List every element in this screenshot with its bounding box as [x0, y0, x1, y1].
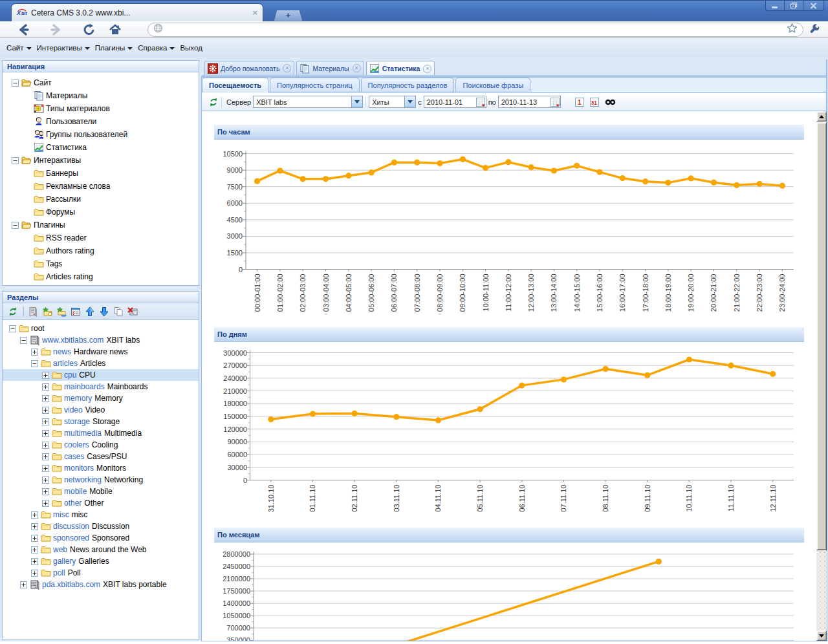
tree-item-форумы[interactable]: Форумы: [4, 206, 197, 219]
properties-icon[interactable]: [71, 306, 81, 317]
collapse-icon[interactable]: [12, 222, 19, 229]
bookmark-star-icon[interactable]: [787, 23, 798, 36]
tree-item-coolers[interactable]: coolersCooling: [3, 439, 199, 451]
tree-item-cases[interactable]: casesCases/PSU: [3, 451, 199, 462]
expand-icon[interactable]: [42, 477, 49, 484]
month-icon[interactable]: 31: [589, 97, 600, 107]
subtab-3[interactable]: Популярность разделов: [361, 78, 455, 92]
menu-item-1[interactable]: Сайт: [4, 42, 34, 54]
tab-close-icon[interactable]: ×: [283, 64, 291, 72]
expand-icon[interactable]: [20, 581, 27, 588]
tree-item-memory[interactable]: memoryMemory: [3, 392, 199, 404]
move-down-icon[interactable]: [99, 306, 109, 317]
expand-icon[interactable]: [31, 349, 38, 356]
scroll-up-button[interactable]: [816, 111, 827, 122]
date-from-calendar-icon[interactable]: [476, 98, 485, 107]
forward-icon[interactable]: [49, 23, 63, 37]
tree-item-группы-пользователей[interactable]: Группы пользователей: [4, 128, 197, 141]
expand-icon[interactable]: [31, 523, 38, 530]
tab-3[interactable]: Статистика×: [366, 61, 435, 76]
add-section-icon[interactable]: [42, 306, 52, 317]
delete-icon[interactable]: [127, 306, 138, 317]
menu-item-5[interactable]: Выход: [177, 42, 204, 54]
tree-item-discussion[interactable]: discussionDiscussion: [3, 521, 199, 532]
expand-icon[interactable]: [31, 558, 38, 565]
tree-item-материалы[interactable]: Материалы: [4, 89, 197, 102]
expand-icon[interactable]: [31, 546, 38, 553]
wrench-icon[interactable]: [809, 23, 823, 37]
expand-icon[interactable]: [42, 395, 49, 402]
menu-item-2[interactable]: Интерактивы: [34, 42, 93, 54]
expand-icon[interactable]: [42, 418, 49, 425]
tree-item-пользователи[interactable]: Пользователи: [4, 115, 197, 128]
tab-close-icon[interactable]: ×: [353, 64, 361, 72]
refresh-icon[interactable]: [8, 306, 18, 317]
tree-item-storage[interactable]: storageStorage: [3, 416, 199, 427]
move-up-icon[interactable]: [85, 306, 95, 317]
tree-item-video[interactable]: videoVideo: [3, 404, 199, 416]
tree-item-sponsored[interactable]: sponsoredSponsored: [3, 532, 199, 544]
menu-item-3[interactable]: Плагины: [93, 42, 136, 54]
server-icon[interactable]: [28, 306, 38, 317]
tree-item-www.xbitlabs.com[interactable]: www.xbitlabs.comXBIT labs: [3, 334, 199, 346]
collapse-icon[interactable]: [31, 360, 38, 367]
tab-close-icon[interactable]: ×: [252, 9, 257, 17]
close-button[interactable]: [803, 1, 823, 10]
expand-icon[interactable]: [42, 383, 49, 391]
expand-icon[interactable]: [31, 535, 38, 542]
tree-item-articles-rating[interactable]: Articles rating: [4, 270, 197, 283]
tree-item-gallery[interactable]: galleryGalleries: [3, 555, 199, 567]
back-icon[interactable]: [17, 23, 31, 37]
subtab-2[interactable]: Популярность страниц: [270, 78, 360, 92]
tree-item-other[interactable]: otherOther: [3, 497, 199, 509]
tree-item-poll[interactable]: pollPoll: [3, 567, 199, 579]
tree-item-news[interactable]: newsHardware news: [3, 346, 199, 358]
scrollbar-track[interactable]: [816, 550, 827, 630]
expand-icon[interactable]: [42, 407, 49, 414]
tree-item-web[interactable]: webNews around the Web: [3, 544, 199, 555]
copy-icon[interactable]: [113, 306, 124, 317]
tree-item-multimedia[interactable]: multimediaMultimedia: [3, 427, 199, 439]
add-subsection-icon[interactable]: [56, 306, 67, 317]
date-to-calendar-icon[interactable]: [550, 98, 560, 107]
subtab-1[interactable]: Посещаемость: [202, 78, 268, 92]
metric-select-arrow[interactable]: [404, 96, 415, 107]
expand-icon[interactable]: [42, 430, 49, 437]
collapse-icon[interactable]: [12, 157, 19, 164]
tree-item-tags[interactable]: Tags: [4, 257, 197, 270]
tree-item-rss-reader[interactable]: RSS reader: [4, 231, 197, 244]
tree-item-баннеры[interactable]: Баннеры: [4, 167, 197, 180]
tab-close-icon[interactable]: ×: [423, 65, 431, 73]
expand-icon[interactable]: [42, 500, 49, 507]
day-icon[interactable]: 1: [574, 97, 585, 107]
tab-1[interactable]: Добро пожаловать×: [204, 61, 294, 75]
tree-item-misc[interactable]: miscmisc: [3, 509, 199, 521]
expand-icon[interactable]: [42, 453, 49, 460]
metric-select[interactable]: Хиты: [369, 96, 416, 108]
tree-item-monitors[interactable]: monitorsMonitors: [3, 462, 199, 474]
expand-icon[interactable]: [42, 442, 49, 449]
date-from-field[interactable]: 2010-11-01: [424, 96, 486, 108]
infinity-icon[interactable]: [605, 97, 616, 107]
content-scrollbar[interactable]: [816, 111, 827, 641]
address-bar[interactable]: [147, 23, 803, 37]
browser-tab[interactable]: Xbit Cetera CMS 3.0.2 www.xbi... ×: [11, 3, 263, 22]
tree-item-mainboards[interactable]: mainboardsMainboards: [3, 381, 199, 392]
scrollbar-thumb[interactable]: [816, 122, 827, 550]
tree-item-плагины[interactable]: Плагины: [4, 219, 197, 231]
expand-icon[interactable]: [42, 372, 49, 379]
expand-icon[interactable]: [31, 511, 38, 519]
collapse-icon[interactable]: [12, 80, 19, 87]
expand-icon[interactable]: [31, 570, 38, 577]
tree-item-рекламные-слова[interactable]: Рекламные слова: [4, 180, 197, 193]
expand-icon[interactable]: [42, 488, 49, 495]
menu-item-4[interactable]: Справка: [135, 42, 177, 54]
tree-item-authors-rating[interactable]: Authors rating: [4, 244, 197, 257]
server-select[interactable]: XBIT labs: [253, 96, 363, 108]
new-tab-button[interactable]: +: [274, 10, 302, 21]
tab-2[interactable]: Материалы×: [296, 61, 364, 75]
tree-item-cpu[interactable]: cpuCPU: [3, 369, 199, 381]
tree-item-сайт[interactable]: Сайт: [4, 76, 197, 89]
expand-icon[interactable]: [42, 465, 49, 472]
tree-item-networking[interactable]: networkingNetworking: [3, 474, 199, 486]
